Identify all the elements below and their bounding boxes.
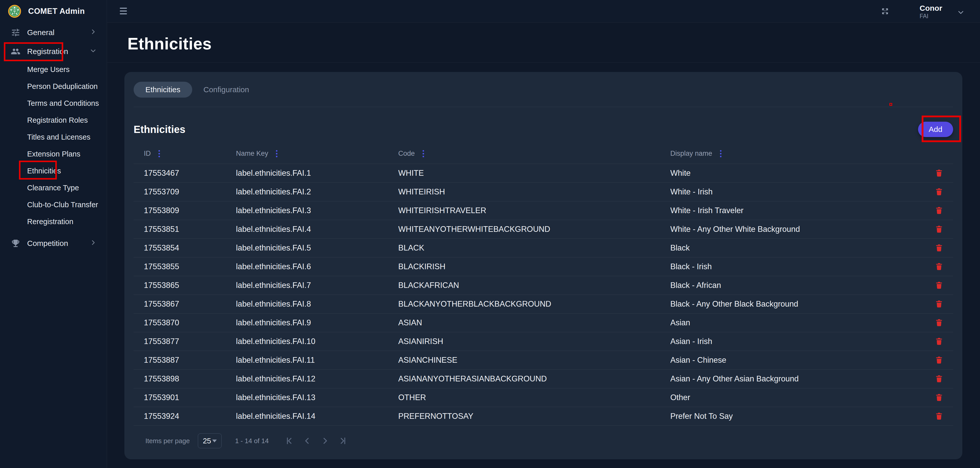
people-icon <box>11 46 21 56</box>
cell-code: WHITEANYOTHERWHITEBACKGROUND <box>398 225 670 234</box>
cell-code: ASIANIRISH <box>398 337 670 346</box>
cell-actions <box>925 205 953 216</box>
cell-code: ASIANCHINESE <box>398 356 670 365</box>
table-body: 17553467 label.ethnicities.FAI.1 WHITE W… <box>134 164 953 426</box>
sidebar-subitem-club-to-club-transfer[interactable]: Club-to-Club Transfer <box>0 196 107 213</box>
items-per-page-label: Items per page <box>145 437 190 445</box>
column-header-display-name: Display name <box>670 149 925 158</box>
column-menu-icon[interactable] <box>158 149 161 158</box>
trash-icon <box>935 206 943 216</box>
column-label: Code <box>398 150 415 158</box>
cell-name-key: label.ethnicities.FAI.8 <box>236 299 398 309</box>
cell-name-key: label.ethnicities.FAI.2 <box>236 187 398 196</box>
table-row[interactable]: 17553709 label.ethnicities.FAI.2 WHITEIR… <box>134 183 953 201</box>
page-size-select[interactable]: 25 <box>198 433 222 448</box>
sidebar-item-registration[interactable]: Registration <box>0 42 107 61</box>
tab-ethnicities[interactable]: Ethnicities <box>134 82 192 97</box>
sidebar-item-label: General <box>27 28 90 37</box>
delete-button[interactable] <box>934 205 945 216</box>
trash-icon <box>935 187 943 197</box>
delete-button[interactable] <box>934 280 945 291</box>
sidebar-subitem-registration-roles[interactable]: Registration Roles <box>0 112 107 129</box>
sidebar-subitem-titles-and-licenses[interactable]: Titles and Licenses <box>0 129 107 145</box>
table-row[interactable]: 17553898 label.ethnicities.FAI.12 ASIANA… <box>134 370 953 388</box>
column-menu-icon[interactable] <box>422 149 425 158</box>
delete-button[interactable] <box>934 392 945 403</box>
sidebar-subitem-terms-and-conditions[interactable]: Terms and Conditions <box>0 95 107 112</box>
table-row[interactable]: 17553877 label.ethnicities.FAI.10 ASIANI… <box>134 332 953 351</box>
tune-icon <box>11 28 21 37</box>
user-name: Conor <box>920 4 942 12</box>
sidebar-subitem-merge-users[interactable]: Merge Users <box>0 61 107 78</box>
cell-display-name: Black <box>670 243 925 252</box>
table-row[interactable]: 17553854 label.ethnicities.FAI.5 BLACK B… <box>134 239 953 257</box>
table-row[interactable]: 17553855 label.ethnicities.FAI.6 BLACKIR… <box>134 257 953 276</box>
table-row[interactable]: 17553901 label.ethnicities.FAI.13 OTHER … <box>134 388 953 407</box>
cell-id: 17553898 <box>144 374 236 383</box>
delete-button[interactable] <box>934 410 945 422</box>
delete-button[interactable] <box>934 168 945 179</box>
delete-button[interactable] <box>934 336 945 347</box>
cell-code: ASIAN <box>398 318 670 327</box>
table-header-row: ID Name Key Code Display name <box>134 144 953 164</box>
table-row[interactable]: 17553865 label.ethnicities.FAI.7 BLACKAF… <box>134 276 953 295</box>
cell-name-key: label.ethnicities.FAI.12 <box>236 374 398 383</box>
delete-button[interactable] <box>934 186 945 198</box>
cell-actions <box>925 224 953 235</box>
add-button[interactable]: Add <box>918 122 953 137</box>
sidebar-subitem-ethnicities[interactable]: Ethnicities <box>0 162 107 179</box>
cell-display-name: Asian - Chinese <box>670 356 925 365</box>
menu-toggle-icon[interactable] <box>120 8 127 14</box>
cell-name-key: label.ethnicities.FAI.10 <box>236 337 398 346</box>
sidebar-subitem-label: Terms and Conditions <box>27 99 99 108</box>
fullscreen-icon[interactable] <box>881 8 889 15</box>
sidebar-subitem-extension-plans[interactable]: Extension Plans <box>0 145 107 162</box>
sidebar-subitem-reregistration[interactable]: Reregistration <box>0 213 107 230</box>
user-org: FAI <box>920 13 942 19</box>
sidebar-subitem-person-deduplication[interactable]: Person Deduplication <box>0 78 107 95</box>
table-row[interactable]: 17553887 label.ethnicities.FAI.11 ASIANC… <box>134 351 953 370</box>
cell-name-key: label.ethnicities.FAI.4 <box>236 225 398 234</box>
cell-display-name: Asian - Irish <box>670 337 925 346</box>
sidebar-item-competition[interactable]: Competition <box>0 234 107 253</box>
trash-icon <box>935 262 943 272</box>
cell-display-name: Black - Any Other Black Background <box>670 299 925 309</box>
first-page-button[interactable] <box>283 435 295 447</box>
delete-button[interactable] <box>934 373 945 385</box>
cell-id: 17553467 <box>144 169 236 178</box>
table-row[interactable]: 17553867 label.ethnicities.FAI.8 BLACKAN… <box>134 295 953 313</box>
delete-button[interactable] <box>934 224 945 235</box>
table-row[interactable]: 17553467 label.ethnicities.FAI.1 WHITE W… <box>134 164 953 183</box>
sidebar-subitem-label: Titles and Licenses <box>27 133 90 141</box>
table-row[interactable]: 17553809 label.ethnicities.FAI.3 WHITEIR… <box>134 201 953 220</box>
delete-button[interactable] <box>934 242 945 254</box>
cell-name-key: label.ethnicities.FAI.7 <box>236 281 398 290</box>
trash-icon <box>935 243 943 253</box>
user-menu[interactable]: Conor FAI <box>920 4 942 19</box>
sidebar-item-general[interactable]: General <box>0 23 107 42</box>
tab-bar: Ethnicities Configuration <box>134 82 953 97</box>
last-page-button[interactable] <box>337 435 349 447</box>
delete-button[interactable] <box>934 261 945 272</box>
next-page-button[interactable] <box>319 435 331 447</box>
delete-button[interactable] <box>934 299 945 310</box>
delete-button[interactable] <box>934 317 945 328</box>
sidebar-subitem-clearance-type[interactable]: Clearance Type <box>0 179 107 196</box>
delete-button[interactable] <box>934 355 945 366</box>
ethnicities-table: ID Name Key Code Display name 175 <box>134 144 953 426</box>
cell-actions <box>925 392 953 403</box>
column-menu-icon[interactable] <box>275 149 278 158</box>
cell-code: WHITEIRISH <box>398 187 670 196</box>
cell-actions <box>925 261 953 272</box>
tab-configuration[interactable]: Configuration <box>201 85 251 94</box>
table-row[interactable]: 17553870 label.ethnicities.FAI.9 ASIAN A… <box>134 313 953 332</box>
column-menu-icon[interactable] <box>719 149 722 158</box>
table-row[interactable]: 17553851 label.ethnicities.FAI.4 WHITEAN… <box>134 220 953 239</box>
chevron-right-icon <box>90 28 97 37</box>
column-label: Display name <box>670 150 712 158</box>
chevron-down-icon[interactable] <box>957 9 964 17</box>
previous-page-button[interactable] <box>301 435 313 447</box>
table-row[interactable]: 17553924 label.ethnicities.FAI.14 PREFER… <box>134 407 953 426</box>
cell-id: 17553877 <box>144 337 236 346</box>
cell-name-key: label.ethnicities.FAI.3 <box>236 206 398 215</box>
